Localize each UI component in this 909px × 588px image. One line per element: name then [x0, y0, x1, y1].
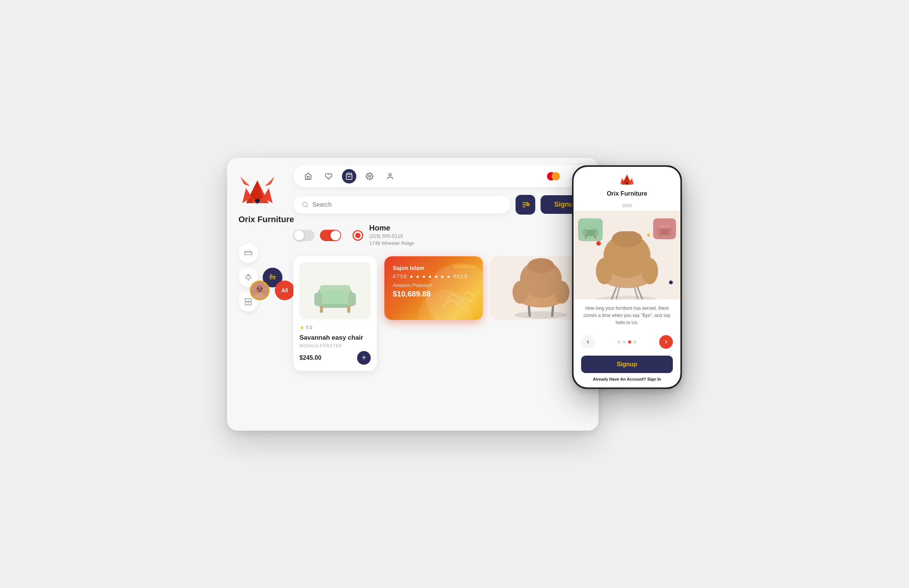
bottom-bar: All [250, 281, 294, 300]
phone-prev-button[interactable] [581, 335, 595, 349]
top-nav: G [294, 165, 591, 187]
search-input[interactable] [312, 201, 502, 208]
phone-chair-area [573, 211, 680, 299]
svg-point-36 [514, 311, 567, 319]
brand-logo [239, 177, 276, 211]
dot-2 [623, 341, 626, 344]
all-button[interactable]: All [275, 281, 294, 300]
nav-settings[interactable] [362, 169, 377, 184]
payment-card: amazon Sajon Islam 4756 ● ● ● ● ● ● ● 90… [384, 256, 483, 320]
svg-point-19 [261, 288, 262, 289]
svg-point-22 [389, 173, 392, 176]
radio-home[interactable] [352, 230, 363, 241]
svg-point-62 [597, 296, 657, 299]
svg-line-24 [306, 206, 307, 207]
dot-4 [633, 341, 636, 344]
phone-bottom: Signup Already Have An Account? Sign In [573, 352, 680, 388]
desktop-inner: Orix Furniture [227, 158, 599, 431]
mastercard-logo [547, 171, 563, 182]
avatar[interactable] [250, 281, 270, 300]
nav-bag[interactable] [342, 169, 356, 184]
nav-heart[interactable] [321, 169, 336, 184]
toggle-group [294, 230, 341, 241]
svg-rect-53 [585, 226, 596, 230]
category-sofa[interactable] [239, 243, 258, 263]
svg-point-43 [528, 258, 554, 273]
phone-nav-row [573, 332, 680, 352]
svg-point-10 [247, 274, 249, 276]
category-row-sofa [239, 243, 283, 263]
address-street: 1749 Wheeler Ridge [369, 240, 414, 247]
svg-point-21 [369, 175, 371, 177]
middle-row: Home (319) 555-0115 1749 Wheeler Ridge [294, 224, 591, 247]
desktop-mockup: Orix Furniture [227, 158, 599, 431]
main-chair-svg [589, 231, 665, 299]
phone-header: Orix Furniture [573, 167, 680, 203]
phone-signup-button[interactable]: Signup [581, 355, 673, 373]
product-brand: MONICA FÖRSTER [299, 344, 371, 348]
address-phone: (319) 555-0115 [369, 233, 414, 240]
phone-mockup: Orix Furniture 2020 [572, 165, 682, 389]
phone-dots [617, 341, 636, 344]
phone-brand-name: Orix Furniture [607, 190, 647, 197]
svg-point-28 [527, 204, 530, 206]
svg-rect-61 [668, 234, 670, 237]
dot-dark [669, 281, 673, 284]
left-sidebar: Orix Furniture [239, 177, 294, 312]
chair-illustration [308, 266, 362, 315]
svg-rect-35 [322, 290, 348, 304]
payment-number: 4756 ● ● ● ● ● ● ● 9018 [393, 273, 475, 279]
svg-rect-54 [585, 236, 587, 239]
product-price: $245.00 [299, 354, 321, 361]
phone-description: How long your furniture has served, ther… [581, 305, 673, 327]
toggle-knob-left [294, 231, 304, 241]
phone-signin-link[interactable]: Sign In [647, 377, 661, 381]
main-content: G [294, 165, 591, 423]
svg-point-16 [256, 285, 263, 292]
product-title: Savannah easy chair [299, 334, 371, 342]
toggle-left[interactable] [294, 230, 315, 241]
phone-inner: Orix Furniture 2020 [573, 167, 680, 388]
phone-year: 2020 [573, 203, 680, 208]
svg-point-66 [641, 258, 658, 284]
product-image-area [299, 262, 371, 319]
toggle-right[interactable] [320, 230, 341, 241]
svg-point-65 [596, 258, 613, 284]
phone-next-button[interactable] [659, 335, 673, 349]
brand-name: Orix Furniture [239, 215, 294, 225]
category-icons [239, 243, 283, 312]
phone-text-area: How long your furniture has served, ther… [573, 299, 680, 332]
add-to-cart-button[interactable]: + [357, 351, 371, 365]
chair-large-illustration [503, 256, 579, 320]
svg-point-39 [512, 281, 528, 304]
address-label: Home [369, 224, 414, 233]
svg-rect-59 [659, 225, 670, 229]
toggle-knob-right [331, 231, 341, 241]
cards-row: ★ 5.0 Savannah easy chair MONICA FÖRSTER… [294, 256, 591, 371]
svg-point-23 [302, 202, 307, 207]
dot-1 [617, 341, 620, 344]
phone-signin-text: Already Have An Account? Sign In [581, 377, 673, 381]
radio-inner [355, 233, 360, 238]
search-bar[interactable] [294, 196, 510, 213]
svg-rect-34 [347, 306, 350, 313]
nav-user[interactable] [383, 169, 397, 184]
filter-button[interactable] [515, 195, 535, 215]
svg-rect-33 [320, 306, 323, 313]
svg-rect-51 [583, 230, 586, 236]
product-card: ★ 5.0 Savannah easy chair MONICA FÖRSTER… [294, 256, 377, 371]
search-row: Signup [294, 195, 591, 215]
amazon-logo: amazon [454, 263, 476, 270]
address-block: Home (319) 555-0115 1749 Wheeler Ridge [352, 224, 591, 247]
dot-3 [628, 341, 631, 344]
svg-point-18 [257, 288, 259, 289]
scene: Orix Furniture [227, 146, 682, 442]
svg-point-40 [554, 281, 569, 304]
nav-home[interactable] [301, 169, 315, 184]
product-rating: ★ 5.0 [299, 325, 371, 331]
svg-rect-58 [668, 229, 672, 234]
product-bottom: $245.00 + [299, 351, 371, 365]
phone-logo-icon [618, 173, 635, 188]
svg-point-67 [612, 231, 642, 247]
rating-value: 5.0 [306, 325, 312, 330]
